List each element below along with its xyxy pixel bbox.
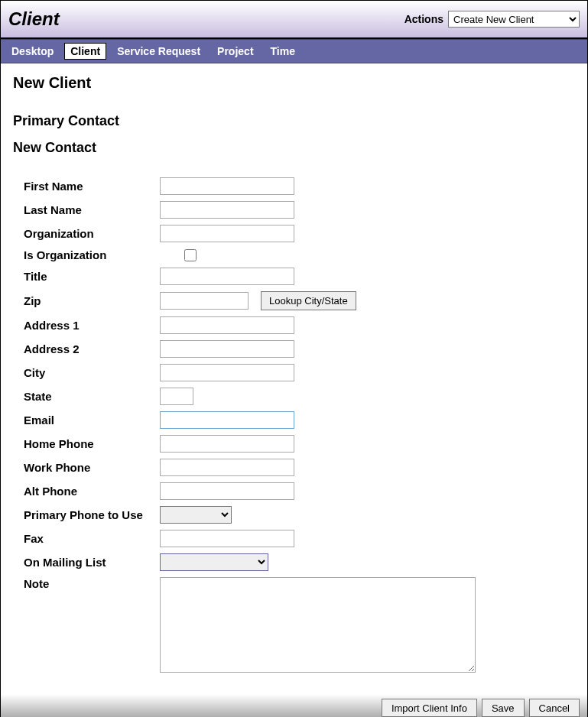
label-mailing-list: On Mailing List xyxy=(24,556,160,569)
select-primary-phone[interactable] xyxy=(160,506,232,524)
input-city[interactable] xyxy=(160,364,294,381)
label-first-name: First Name xyxy=(24,180,160,193)
input-email[interactable] xyxy=(160,411,294,429)
label-organization: Organization xyxy=(24,227,160,240)
input-title[interactable] xyxy=(160,268,294,285)
input-organization[interactable] xyxy=(160,225,294,242)
header-bar: Client Actions Create New Client xyxy=(1,1,587,39)
input-address2[interactable] xyxy=(160,340,294,358)
save-button[interactable]: Save xyxy=(482,699,525,717)
textarea-note[interactable] xyxy=(160,577,476,673)
nav-service-request[interactable]: Service Request xyxy=(111,43,206,60)
input-zip[interactable] xyxy=(160,292,249,310)
content-area: New Client Primary Contact New Contact F… xyxy=(1,63,587,686)
input-address1[interactable] xyxy=(160,316,294,334)
nav-bar: Desktop Client Service Request Project T… xyxy=(1,39,587,63)
label-alt-phone: Alt Phone xyxy=(24,485,160,498)
label-fax: Fax xyxy=(24,532,160,545)
label-is-organization: Is Organization xyxy=(24,248,160,261)
label-address1: Address 1 xyxy=(24,319,160,332)
actions-label: Actions xyxy=(404,13,443,25)
heading-new-client: New Client xyxy=(13,74,575,92)
input-last-name[interactable] xyxy=(160,201,294,219)
input-first-name[interactable] xyxy=(160,177,294,195)
lookup-city-state-button[interactable]: Lookup City/State xyxy=(261,291,356,310)
heading-primary-contact: Primary Contact xyxy=(13,113,575,129)
page-title: Client xyxy=(8,8,60,30)
label-last-name: Last Name xyxy=(24,203,160,216)
input-state[interactable] xyxy=(160,388,193,405)
import-client-info-button[interactable]: Import Client Info xyxy=(382,699,477,717)
footer-action-bar: Import Client Info Save Cancel xyxy=(1,694,587,717)
checkbox-is-organization[interactable] xyxy=(184,249,197,261)
label-state: State xyxy=(24,390,160,403)
label-city: City xyxy=(24,366,160,379)
nav-project[interactable]: Project xyxy=(211,43,259,60)
cancel-button[interactable]: Cancel xyxy=(529,699,580,717)
actions-select[interactable]: Create New Client xyxy=(448,11,580,28)
nav-desktop[interactable]: Desktop xyxy=(5,43,60,60)
label-note: Note xyxy=(24,577,160,590)
input-alt-phone[interactable] xyxy=(160,482,294,500)
label-home-phone: Home Phone xyxy=(24,437,160,450)
label-primary-phone: Primary Phone to Use xyxy=(24,508,160,521)
input-work-phone[interactable] xyxy=(160,459,294,476)
select-mailing-list[interactable] xyxy=(160,553,268,571)
actions-wrap: Actions Create New Client xyxy=(404,11,580,28)
label-title: Title xyxy=(24,270,160,283)
nav-time[interactable]: Time xyxy=(265,43,301,60)
form-table: First Name Last Name Organization Is Org… xyxy=(24,177,575,673)
label-zip: Zip xyxy=(24,294,160,307)
heading-new-contact: New Contact xyxy=(13,140,575,156)
label-work-phone: Work Phone xyxy=(24,461,160,474)
input-fax[interactable] xyxy=(160,530,294,547)
input-home-phone[interactable] xyxy=(160,435,294,453)
label-email: Email xyxy=(24,414,160,427)
nav-client[interactable]: Client xyxy=(64,43,106,60)
label-address2: Address 2 xyxy=(24,342,160,355)
